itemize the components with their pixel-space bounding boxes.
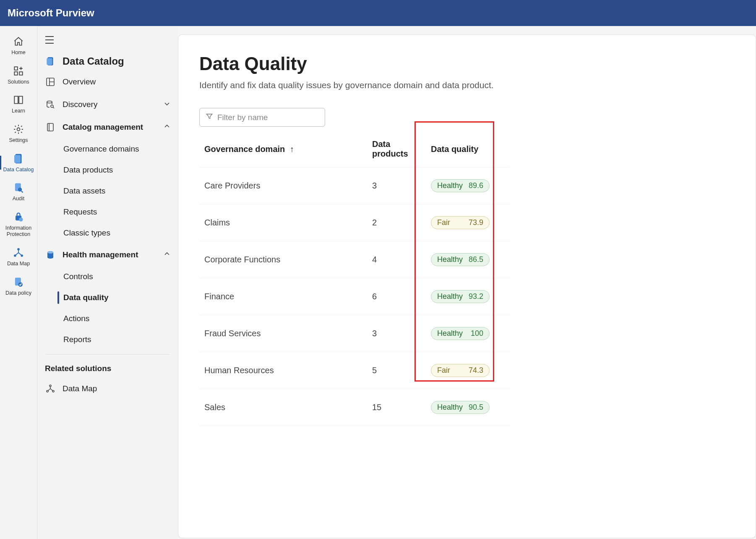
products-cell: 3 <box>367 315 426 352</box>
domain-cell: Sales <box>199 389 367 426</box>
col-data-products[interactable]: Data products <box>367 131 426 167</box>
quality-score: 93.2 <box>469 292 483 301</box>
chevron-down-icon <box>164 100 170 109</box>
rail-info-protection[interactable]: Information Protection <box>0 207 37 242</box>
hamburger-button[interactable] <box>37 32 178 52</box>
svg-point-22 <box>47 251 53 254</box>
table-row[interactable]: Corporate Functions4Healthy86.5 <box>199 241 510 278</box>
quality-cell: Healthy100 <box>426 315 510 352</box>
nav-actions[interactable]: Actions <box>37 308 178 329</box>
rail-label: Data Map <box>7 261 30 267</box>
rail-label: Learn <box>12 108 25 115</box>
quality-badge: Healthy86.5 <box>431 253 490 266</box>
nodes-icon <box>12 246 25 259</box>
domain-cell: Human Resources <box>199 352 367 389</box>
nav-rail: Home Solutions Learn Settings Data Catal <box>0 26 37 539</box>
quality-cell: Fair74.3 <box>426 352 510 389</box>
policy-icon <box>12 276 25 288</box>
table-row[interactable]: Sales15Healthy90.5 <box>199 389 510 426</box>
quality-cell: Healthy86.5 <box>426 241 510 278</box>
svg-rect-5 <box>14 155 21 163</box>
rail-audit[interactable]: Audit <box>0 177 37 207</box>
nodes-icon <box>45 383 56 394</box>
svg-rect-0 <box>14 67 18 70</box>
nav-catalog-management[interactable]: Catalog management <box>37 116 178 139</box>
col-governance-domain[interactable]: Governance domain ↑ <box>199 131 367 167</box>
app-header: Microsoft Purview <box>0 0 756 26</box>
quality-label: Fair <box>437 366 450 375</box>
svg-point-7 <box>18 188 22 191</box>
quality-badge: Healthy89.6 <box>431 179 490 192</box>
quality-label: Healthy <box>437 292 463 301</box>
nav-overview[interactable]: Overview <box>37 71 178 93</box>
rail-data-policy[interactable]: Data policy <box>0 272 37 301</box>
nav-data-assets[interactable]: Data assets <box>37 181 178 201</box>
col-data-quality[interactable]: Data quality <box>426 131 510 167</box>
table-row[interactable]: Finance6Healthy93.2 <box>199 278 510 315</box>
content-card: Data Quality Identify and fix data quali… <box>178 34 756 538</box>
sidebar: Data Catalog Overview Discovery Catalog … <box>37 26 178 539</box>
nav-data-products[interactable]: Data products <box>37 160 178 181</box>
nav-label: Discovery <box>63 100 97 109</box>
nav-reports[interactable]: Reports <box>37 329 178 350</box>
quality-score: 74.3 <box>469 366 483 375</box>
nav-label: Data Map <box>63 384 97 393</box>
table-row[interactable]: Fraud Services3Healthy100 <box>199 315 510 352</box>
nav-label: Data quality <box>63 293 109 302</box>
nav-discovery[interactable]: Discovery <box>37 93 178 116</box>
divider <box>46 354 169 355</box>
quality-score: 89.6 <box>469 181 483 190</box>
quality-badge: Fair74.3 <box>431 364 490 377</box>
rail-data-map[interactable]: Data Map <box>0 242 37 272</box>
rail-home[interactable]: Home <box>0 31 37 60</box>
domain-cell: Fraud Services <box>199 315 367 352</box>
rail-label: Information Protection <box>2 225 36 238</box>
svg-point-10 <box>17 248 20 251</box>
table-row[interactable]: Care Providers3Healthy89.6 <box>199 167 510 204</box>
nav-requests[interactable]: Requests <box>37 201 178 222</box>
nav-data-quality[interactable]: Data quality <box>37 287 178 308</box>
rail-label: Data policy <box>5 290 31 297</box>
rail-label: Data Catalog <box>3 167 34 173</box>
quality-score: 73.9 <box>469 218 483 227</box>
nav-label: Overview <box>63 77 96 86</box>
audit-icon <box>12 181 25 194</box>
quality-score: 100 <box>471 329 483 338</box>
book-icon <box>45 122 56 133</box>
nav-controls[interactable]: Controls <box>37 266 178 287</box>
rail-label: Home <box>11 50 25 56</box>
rail-solutions[interactable]: Solutions <box>0 60 37 90</box>
domain-cell: Finance <box>199 278 367 315</box>
nav-label: Data assets <box>63 186 105 196</box>
database-search-icon <box>45 99 56 110</box>
nav-classic-types[interactable]: Classic types <box>37 222 178 243</box>
catalog-icon <box>45 56 56 67</box>
nav-governance-domains[interactable]: Governance domains <box>37 139 178 160</box>
svg-point-18 <box>47 101 52 103</box>
quality-label: Healthy <box>437 403 463 412</box>
rail-settings[interactable]: Settings <box>0 119 37 148</box>
quality-score: 86.5 <box>469 255 483 264</box>
sidebar-title: Data Catalog <box>63 55 124 67</box>
quality-badge: Healthy93.2 <box>431 290 490 303</box>
nav-label: Health management <box>63 250 138 259</box>
nav-label: Governance domains <box>63 144 139 154</box>
rail-data-catalog[interactable]: Data Catalog <box>0 148 37 178</box>
rail-learn[interactable]: Learn <box>0 89 37 119</box>
quality-score: 90.5 <box>469 403 483 412</box>
quality-label: Healthy <box>437 181 463 190</box>
filter-input[interactable]: Filter by name <box>199 108 325 127</box>
quality-cell: Healthy90.5 <box>426 389 510 426</box>
domains-table: Governance domain ↑ Data products Data q… <box>199 131 510 426</box>
domain-cell: Corporate Functions <box>199 241 367 278</box>
svg-point-3 <box>17 128 20 131</box>
nav-label: Controls <box>63 272 93 281</box>
svg-point-9 <box>19 217 23 221</box>
table-row[interactable]: Human Resources5Fair74.3 <box>199 352 510 389</box>
svg-rect-20 <box>47 123 53 131</box>
nav-health-management[interactable]: Health management <box>37 243 178 266</box>
quality-label: Healthy <box>437 329 463 338</box>
table-row[interactable]: Claims2Fair73.9 <box>199 204 510 241</box>
nav-related-data-map[interactable]: Data Map <box>37 377 178 400</box>
products-cell: 4 <box>367 241 426 278</box>
